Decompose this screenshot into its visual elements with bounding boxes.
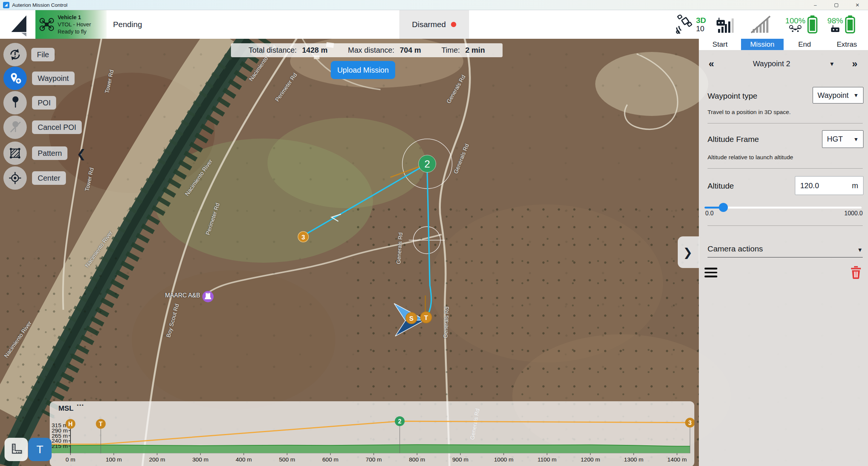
divider — [708, 123, 863, 123]
gps-satellite-icon — [675, 15, 694, 34]
svg-text:1300 m: 1300 m — [624, 456, 643, 463]
poi-label: MAARC A&B — [165, 292, 200, 299]
datalink-status — [750, 15, 775, 34]
waypoint-type-desc: Travel to a position in 3D space. — [708, 109, 791, 116]
total-distance-label: Total distance: — [249, 46, 297, 55]
datalink-nosignal-icon — [750, 15, 775, 34]
window-title: Auterion Mission Control — [12, 2, 67, 8]
slider-min-label: 0.0 — [705, 210, 714, 217]
disarmed-dot-icon — [451, 22, 456, 27]
caret-down-icon: ▼ — [853, 92, 859, 98]
slider-max-label: 1000.0 — [844, 210, 863, 217]
pattern-button[interactable] — [3, 142, 27, 165]
close-button[interactable]: ✕ — [847, 0, 868, 10]
vehicle-selector-tile[interactable]: Vehicle 1 VTOL - Hover Ready to fly — [35, 10, 107, 39]
time-value: 2 min — [465, 46, 485, 55]
vehicle-name: Vehicle 1 — [58, 14, 91, 21]
waypoint-label[interactable]: Waypoint — [32, 72, 75, 85]
plan-tabs: StartMissionEndExtras — [699, 39, 868, 50]
terrain-toggle-letter: T — [37, 443, 43, 456]
gps-status: 3D 10 — [675, 15, 706, 34]
elevation-profile-panel: MSL ••• 315 m290 m265 m240 m215 m0 m100 … — [50, 401, 694, 466]
chevron-right-icon: ❯ — [683, 246, 692, 259]
plan-tab[interactable]: Start — [699, 39, 741, 50]
plan-tab[interactable]: Mission — [741, 39, 783, 50]
next-waypoint-button[interactable]: » — [852, 58, 857, 70]
svg-text:600 m: 600 m — [322, 456, 338, 463]
divider — [708, 168, 863, 169]
terrain-toggle-button[interactable]: T — [28, 438, 52, 461]
minimize-button[interactable]: – — [805, 0, 826, 10]
file-label[interactable]: File — [31, 48, 55, 61]
max-distance-value: 704 m — [400, 46, 421, 55]
path-wp2-to-wp3 — [303, 164, 427, 236]
svg-text:1100 m: 1100 m — [538, 456, 557, 463]
elevation-menu-dots[interactable]: ••• — [77, 402, 84, 408]
cancel-poi-button[interactable] — [3, 116, 27, 139]
takeoff-marker[interactable]: T — [420, 312, 432, 323]
pattern-area-icon — [8, 146, 22, 160]
file-button[interactable] — [3, 43, 27, 66]
poi-label-chip[interactable]: POI — [32, 96, 56, 110]
poi-pin-slash-icon — [8, 120, 22, 134]
vehicle-status: Ready to fly — [58, 28, 91, 35]
gps-satellite-count: 10 — [696, 24, 704, 33]
center-label[interactable]: Center — [32, 171, 66, 185]
measure-tool-button[interactable] — [5, 438, 28, 461]
gps-fix-type: 3D — [696, 16, 706, 24]
slider-track[interactable] — [704, 207, 862, 209]
waypoint-select-caret-icon[interactable]: ▼ — [829, 61, 835, 67]
plan-tab[interactable]: End — [784, 39, 826, 50]
drone-small-icon — [789, 25, 802, 32]
altitude-slider[interactable] — [704, 203, 862, 212]
maximize-button[interactable] — [826, 0, 847, 10]
svg-text:T: T — [99, 421, 103, 427]
rc-signal-icon — [716, 15, 741, 34]
svg-text:3: 3 — [301, 234, 305, 241]
pattern-label[interactable]: Pattern — [32, 146, 67, 160]
svg-text:S: S — [409, 315, 413, 322]
waypoint-type-select[interactable]: Waypoint ▼ — [813, 87, 863, 104]
poi-marker[interactable] — [202, 291, 214, 302]
waypoint-button[interactable] — [3, 67, 27, 90]
svg-text:1000 m: 1000 m — [494, 456, 513, 463]
mission-settings-panel: StartMissionEndExtras « Waypoint 2 ▼ » W… — [699, 39, 868, 466]
sync-icon — [8, 47, 22, 62]
panel-collapse-handle[interactable]: ❯ — [678, 236, 699, 268]
mission-state: Pending — [113, 10, 142, 39]
waypoint-pin-add-icon — [8, 71, 23, 86]
toolbar-collapse-chevron[interactable]: ❮ — [76, 147, 86, 160]
vehicle-battery-percent: 100% — [785, 17, 805, 25]
waypoint-list-menu-button[interactable] — [704, 268, 717, 278]
mission-stats-bar: Total distance: 1428 m Max distance: 704… — [231, 43, 503, 57]
waypoint-2-marker[interactable]: 2 — [419, 155, 436, 172]
altitude-frame-desc: Altitude relative to launch altitude — [708, 154, 793, 161]
upload-mission-button[interactable]: Upload Mission — [331, 61, 395, 79]
arm-state-button[interactable]: Disarmed — [399, 10, 469, 39]
window-titlebar: Auterion Mission Control – ✕ — [0, 0, 868, 10]
prev-waypoint-button[interactable]: « — [709, 58, 714, 70]
drone-icon — [39, 17, 55, 32]
svg-text:700 m: 700 m — [365, 456, 382, 463]
svg-text:1400 m: 1400 m — [667, 456, 687, 463]
svg-text:900 m: 900 m — [452, 456, 468, 463]
waypoint-3-marker[interactable]: 3 — [298, 231, 309, 242]
svg-text:300 m: 300 m — [192, 456, 208, 463]
altitude-input[interactable]: 120.0 m — [795, 176, 863, 195]
rc-small-icon — [830, 25, 840, 32]
total-distance-value: 1428 m — [302, 46, 328, 55]
start-marker[interactable]: S — [406, 312, 417, 324]
center-button[interactable] — [3, 166, 27, 190]
auterion-logo — [10, 13, 31, 37]
altitude-frame-select[interactable]: HGT ▼ — [822, 130, 863, 148]
caret-down-icon: ▼ — [857, 247, 863, 253]
cancel-poi-label[interactable]: Cancel POI — [32, 120, 82, 134]
battery-icon — [807, 15, 818, 34]
plan-tab[interactable]: Extras — [826, 39, 868, 50]
slider-handle[interactable] — [719, 203, 728, 212]
poi-button[interactable] — [3, 91, 27, 114]
camera-actions-expander[interactable]: Camera actions ▼ — [708, 244, 863, 253]
svg-text:200 m: 200 m — [149, 456, 165, 463]
ruler-icon — [9, 443, 23, 456]
delete-waypoint-button[interactable] — [850, 266, 862, 279]
